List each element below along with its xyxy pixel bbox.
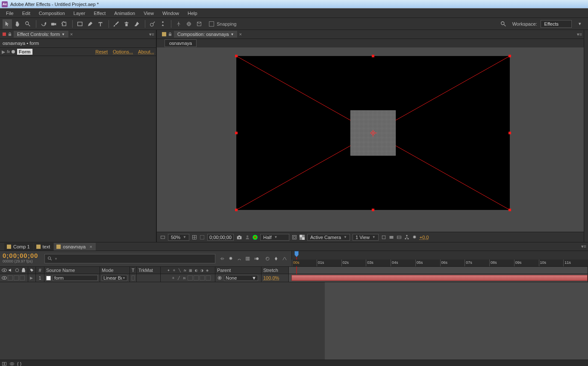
hide-shy-icon[interactable]	[237, 255, 242, 263]
menu-animation[interactable]: Animation	[110, 9, 139, 17]
transparency-toggle-icon[interactable]	[300, 233, 305, 241]
hand-tool-icon[interactable]	[13, 19, 22, 29]
menu-window[interactable]: Window	[158, 9, 183, 17]
comp-mini-flowchart-icon[interactable]	[220, 255, 225, 263]
exposure-value[interactable]: +0,0	[420, 235, 429, 240]
draft-3d-icon[interactable]	[228, 255, 233, 263]
current-time-display[interactable]: 0;00;00;00 00000 (29.97 fps)	[0, 251, 43, 266]
auto-keyframe-icon[interactable]	[273, 255, 279, 263]
snapping-toggle[interactable]: Snapping	[209, 21, 237, 27]
playhead-icon[interactable]	[294, 251, 299, 257]
handle-bl-icon[interactable]	[235, 209, 238, 211]
camera-dropdown[interactable]: Active Camera▼	[307, 234, 350, 241]
disclosure-icon[interactable]: ▶	[2, 49, 5, 55]
resolution-dropdown[interactable]: Half▼	[260, 234, 289, 241]
current-time[interactable]: 0;00;00;00	[207, 234, 234, 241]
pan-behind-tool-icon[interactable]	[59, 19, 69, 29]
layer-name[interactable]: form	[53, 275, 98, 281]
transparency-grid-icon[interactable]	[200, 233, 205, 241]
fx-toggle[interactable]: fx	[182, 276, 187, 280]
toggle-in-out-icon[interactable]: { }	[17, 360, 21, 366]
channel-icon[interactable]	[253, 233, 258, 241]
timeline-icon[interactable]	[397, 233, 402, 241]
panel-menu-icon[interactable]: ▾≡	[149, 32, 156, 37]
pickwhip-icon[interactable]	[217, 275, 222, 280]
close-icon[interactable]: ×	[237, 32, 243, 37]
fx-enabled-icon[interactable]: fx	[7, 50, 10, 54]
layer-lock-toggle[interactable]	[20, 275, 25, 280]
close-icon[interactable]: ×	[89, 244, 92, 249]
stretch-value[interactable]: 100,0%	[263, 275, 279, 280]
shy-toggle[interactable]	[165, 275, 170, 280]
right-dock-strip[interactable]	[584, 30, 588, 242]
anchor-point-icon[interactable]	[371, 131, 375, 135]
source-name-header[interactable]: Source Name	[44, 267, 100, 274]
disclosure-icon[interactable]: ▶	[30, 276, 33, 280]
effect-about-link[interactable]: About...	[138, 49, 154, 54]
panel-menu-icon[interactable]: ▾	[575, 19, 585, 29]
show-snapshot-icon[interactable]	[245, 233, 250, 241]
resolution-grid-icon[interactable]	[192, 233, 197, 241]
preserve-transparency-toggle[interactable]	[132, 275, 135, 280]
menu-effect[interactable]: Effect	[89, 9, 110, 17]
effect-reset-link[interactable]: Reset	[95, 49, 108, 54]
puppet-tool-icon[interactable]	[158, 19, 168, 29]
time-ruler[interactable]: 00s 01s 02s 03s 04s 05s 06s 07s 08s 09s …	[291, 251, 588, 266]
menu-view[interactable]: View	[139, 9, 158, 17]
frame-blend-icon[interactable]	[245, 255, 250, 263]
snapshot-icon[interactable]	[236, 233, 242, 241]
layer-duration-bar[interactable]	[291, 275, 588, 281]
fast-previews-icon[interactable]	[389, 233, 394, 241]
workspace-dropdown[interactable]: Effects	[541, 20, 572, 28]
roi-icon[interactable]	[292, 233, 297, 241]
collapse-toggle[interactable]: ✳	[171, 276, 176, 280]
search-help-icon[interactable]	[499, 19, 508, 29]
handle-br-icon[interactable]	[509, 209, 511, 211]
motion-blur-icon[interactable]	[254, 255, 259, 263]
flowchart-icon[interactable]	[404, 233, 409, 241]
rotation-tool-icon[interactable]	[39, 19, 48, 29]
motion-blur-toggle[interactable]	[194, 275, 199, 280]
menu-edit[interactable]: Edit	[18, 9, 35, 17]
menu-file[interactable]: File	[2, 9, 18, 17]
timeline-tab-comp1[interactable]: Comp 1	[4, 243, 33, 251]
quality-toggle[interactable]: ╱	[176, 276, 181, 280]
selection-tool-icon[interactable]	[3, 19, 12, 29]
toggle-modes-icon[interactable]	[9, 360, 15, 366]
handle-tl-icon[interactable]	[235, 55, 238, 57]
handle-lc-icon[interactable]	[235, 132, 238, 134]
comp-breadcrumb-item[interactable]: osnavnaya	[165, 39, 197, 47]
handle-rc-icon[interactable]	[509, 132, 511, 134]
3d-toggle[interactable]	[206, 275, 211, 280]
views-dropdown[interactable]: 1 View▼	[353, 234, 379, 241]
brush-tool-icon[interactable]	[112, 19, 121, 29]
parent-dropdown[interactable]: None▼	[224, 275, 258, 281]
timeline-tab-osnavnaya[interactable]: osnavnaya×	[54, 243, 96, 251]
composition-viewer[interactable]	[157, 47, 584, 232]
zoom-dropdown[interactable]: 50%▼	[168, 234, 189, 241]
adjustment-toggle[interactable]	[200, 275, 205, 280]
layer-row-form[interactable]: ▶ 1 form Linear Bu▼ ✳ ╱ fx None▼ 100,0%	[0, 274, 588, 282]
blend-mode-dropdown[interactable]: Linear Bu▼	[102, 275, 127, 281]
always-preview-icon[interactable]	[160, 233, 165, 241]
toggle-switches-icon[interactable]	[2, 360, 7, 366]
world-axis-icon[interactable]	[184, 19, 194, 29]
exposure-reset-icon[interactable]	[412, 233, 417, 241]
rectangle-tool-icon[interactable]	[75, 19, 85, 29]
effect-panel-tab[interactable]: Effect Controls: form ▼ × ▾≡	[0, 30, 156, 39]
menu-help[interactable]: Help	[183, 9, 202, 17]
clone-stamp-tool-icon[interactable]	[122, 19, 131, 29]
layer-audio-toggle[interactable]	[8, 275, 13, 280]
panel-menu-icon[interactable]: ▾≡	[581, 244, 588, 249]
type-tool-icon[interactable]	[96, 19, 105, 29]
handle-bc-icon[interactable]	[372, 209, 374, 211]
zoom-tool-icon[interactable]	[23, 19, 32, 29]
handle-tc-icon[interactable]	[372, 55, 374, 57]
timeline-tab-text[interactable]: text	[34, 243, 54, 251]
effect-settings-icon[interactable]	[11, 50, 15, 54]
search-input[interactable]: ▼	[44, 254, 215, 263]
layer-solo-toggle[interactable]	[14, 275, 19, 280]
roto-brush-tool-icon[interactable]	[148, 19, 157, 29]
camera-tool-icon[interactable]	[49, 19, 59, 29]
local-axis-icon[interactable]	[174, 19, 183, 29]
